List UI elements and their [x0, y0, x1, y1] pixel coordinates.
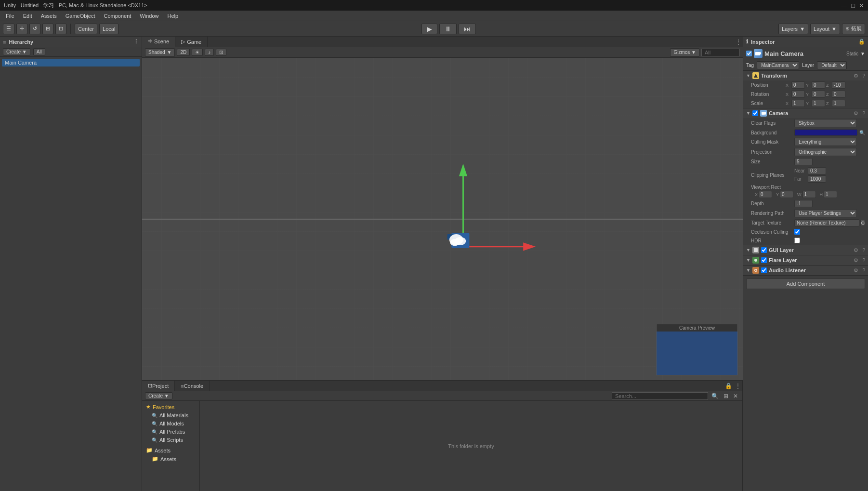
step-button[interactable]: ⏭ — [459, 24, 476, 34]
fav-all-materials[interactable]: 🔍 All Materials — [144, 411, 197, 419]
fav-all-prefabs[interactable]: 🔍 All Prefabs — [144, 428, 197, 436]
flare-layer-gear[interactable]: ⚙ — [854, 257, 858, 264]
play-button[interactable]: ▶ — [421, 24, 437, 34]
depth-input[interactable] — [794, 200, 813, 207]
transform-script-icon[interactable]: ? — [862, 73, 865, 79]
near-input[interactable] — [808, 167, 826, 174]
menu-assets[interactable]: Assets — [37, 12, 61, 20]
effects-toggle[interactable]: ⊡ — [216, 49, 226, 56]
tool-rect[interactable]: ⊡ — [55, 24, 66, 34]
occlusion-checkbox[interactable] — [794, 229, 800, 235]
audio-toggle[interactable]: ♪ — [205, 49, 214, 56]
project-create-button[interactable]: Create ▼ — [145, 392, 172, 399]
position-z-input[interactable] — [832, 81, 845, 89]
maximize-button[interactable]: □ — [851, 2, 855, 9]
menu-gameobject[interactable]: GameObject — [62, 12, 99, 20]
tab-scene[interactable]: ✛ Scene — [142, 37, 175, 47]
gui-layer-header[interactable]: ▼ GUI Layer ⚙ ? — [743, 245, 868, 255]
target-texture-select-btn[interactable]: ⊙ — [860, 220, 865, 226]
inspector-lock-icon[interactable]: 🔒 — [858, 39, 865, 45]
camera-enabled-checkbox[interactable] — [752, 110, 758, 116]
layer-dropdown[interactable]: Default — [817, 61, 847, 69]
viewport-y-input[interactable] — [780, 191, 793, 198]
lighting-toggle[interactable]: ☀ — [192, 49, 203, 56]
assets-folder-item[interactable]: 📁 Assets — [144, 455, 197, 463]
camera-header[interactable]: ▼ Camera ⚙ ? — [743, 108, 868, 118]
tag-dropdown[interactable]: MainCamera — [757, 61, 799, 69]
position-x-input[interactable] — [791, 81, 805, 89]
layers-filter-input[interactable] — [701, 49, 740, 56]
flare-layer-script-icon[interactable]: ? — [862, 258, 865, 263]
menu-window[interactable]: Window — [136, 12, 162, 20]
projection-dropdown[interactable]: Orthographic — [794, 148, 857, 156]
flare-layer-checkbox[interactable] — [761, 257, 767, 263]
menu-help[interactable]: Help — [163, 12, 182, 20]
gui-layer-script-icon[interactable]: ? — [862, 248, 865, 253]
pause-button[interactable]: ⏸ — [439, 24, 457, 34]
audio-listener-script-icon[interactable]: ? — [862, 268, 865, 273]
layers-dropdown[interactable]: Layers ▼ — [778, 24, 808, 34]
minimize-button[interactable]: — — [841, 2, 847, 9]
project-panel-lock[interactable]: 🔒 — [723, 381, 734, 391]
far-input[interactable] — [808, 175, 826, 183]
hierarchy-create-button[interactable]: Create ▼ — [3, 48, 30, 55]
hierarchy-options-icon[interactable]: ⋮ — [133, 39, 139, 45]
background-eyedropper-icon[interactable]: 🔍 — [859, 130, 865, 135]
hierarchy-item-main-camera[interactable]: Main Camera — [2, 59, 140, 66]
tab-game[interactable]: ▷ Game — [175, 37, 208, 47]
audio-listener-gear[interactable]: ⚙ — [854, 267, 858, 274]
scale-x-input[interactable] — [791, 100, 805, 107]
scale-z-input[interactable] — [832, 100, 845, 107]
clear-flags-dropdown[interactable]: Skybox — [794, 119, 857, 127]
object-active-checkbox[interactable] — [746, 51, 752, 56]
camera-script-icon[interactable]: ? — [862, 111, 865, 116]
shading-mode-dropdown[interactable]: Shaded ▼ — [145, 48, 175, 57]
hierarchy-all-button[interactable]: All — [33, 48, 45, 55]
2d-toggle[interactable]: 2D — [177, 49, 190, 56]
close-button[interactable]: ✕ — [859, 2, 864, 9]
transform-gear-icon[interactable]: ⚙ — [854, 73, 858, 79]
filter-icon-btn[interactable]: ⊞ — [722, 393, 730, 399]
collab-button[interactable]: ⊕ 拓展 — [842, 24, 865, 34]
tool-hand[interactable]: ☰ — [3, 24, 14, 34]
background-color-field[interactable] — [794, 129, 857, 136]
layout-dropdown[interactable]: Layout ▼ — [810, 24, 840, 34]
tab-console[interactable]: ≡ Console — [175, 381, 210, 391]
culling-mask-dropdown[interactable]: Everything — [794, 138, 857, 146]
static-dropdown-icon[interactable]: ▼ — [860, 51, 865, 56]
audio-listener-header[interactable]: ▼ Audio Listener ⚙ ? — [743, 265, 868, 275]
tool-move[interactable]: ✛ — [16, 24, 27, 34]
tab-project[interactable]: ⊡ Project — [142, 381, 175, 391]
menu-file[interactable]: File — [2, 12, 18, 20]
search-icon-btn[interactable]: 🔍 — [710, 393, 720, 399]
scene-panel-options[interactable]: ⋮ — [734, 37, 743, 47]
fav-all-scripts[interactable]: 🔍 All Scripts — [144, 436, 197, 444]
viewport-h-input[interactable] — [824, 191, 837, 198]
project-panel-options[interactable]: ⋮ — [734, 381, 742, 391]
hdr-checkbox[interactable] — [794, 238, 800, 243]
rotation-z-input[interactable] — [832, 91, 845, 98]
flare-layer-header[interactable]: ▼ Flare Layer ⚙ ? — [743, 255, 868, 265]
gui-layer-gear[interactable]: ⚙ — [854, 247, 858, 253]
local-mode-button[interactable]: Local — [99, 24, 118, 34]
tool-rotate[interactable]: ↺ — [29, 24, 40, 34]
scale-y-input[interactable] — [812, 100, 825, 107]
transform-header[interactable]: ▼ Transform ⚙ ? — [743, 71, 868, 80]
close-search-btn[interactable]: ✕ — [732, 393, 739, 399]
position-y-input[interactable] — [812, 81, 825, 89]
menu-component[interactable]: Component — [100, 12, 135, 20]
camera-gear-icon[interactable]: ⚙ — [854, 110, 858, 117]
assets-folder-header[interactable]: 📁 Assets — [144, 446, 197, 454]
rotation-x-input[interactable] — [791, 91, 805, 98]
viewport-w-input[interactable] — [802, 191, 816, 198]
size-input[interactable] — [794, 158, 813, 165]
project-search-input[interactable] — [612, 392, 708, 400]
audio-listener-checkbox[interactable] — [761, 267, 767, 273]
tool-scale[interactable]: ⊞ — [42, 24, 53, 34]
rotation-y-input[interactable] — [812, 91, 825, 98]
gui-layer-checkbox[interactable] — [761, 247, 767, 253]
gizmos-dropdown[interactable]: Gizmos ▼ — [670, 48, 699, 57]
menu-edit[interactable]: Edit — [19, 12, 36, 20]
viewport-x-input[interactable] — [759, 191, 772, 198]
add-component-button[interactable]: Add Component — [746, 279, 865, 289]
